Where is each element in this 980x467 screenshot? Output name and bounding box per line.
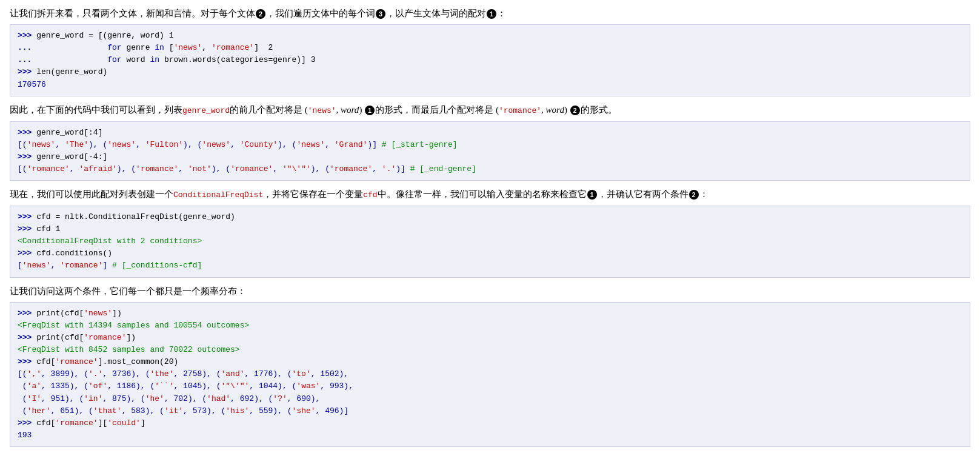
paragraph-2: 因此，在下面的代码中我们可以看到，列表genre_word的前几个配对将是 ('…	[10, 102, 970, 118]
p2-text4: )	[359, 105, 364, 115]
p3-text2: ，并将它保存在一个变量	[263, 189, 363, 199]
p2-code1: genre_word	[182, 106, 230, 115]
circle-3: 3	[376, 9, 385, 19]
circle-1a: 1	[487, 9, 496, 19]
paragraph-4: 让我们访问这两个条件，它们每一个都只是一个频率分布：	[10, 284, 970, 298]
circle-2: 2	[256, 9, 265, 19]
p3-code1: ConditionalFreqDist	[173, 190, 263, 200]
circle-1b: 1	[365, 106, 375, 115]
p2-text3: ,	[336, 105, 341, 115]
p2-text2: 的前几个配对将是 (	[230, 105, 308, 115]
code-block-2: >>> genre_word[:4] [('news', 'The'), ('n…	[10, 121, 970, 181]
p1-text3: ，以产生文体与词的配对	[386, 8, 486, 18]
p3-text3: 中。像往常一样，我们可以输入变量的名称来检查它	[378, 189, 587, 199]
p3-colon: ：	[699, 189, 708, 199]
circle-2c: 2	[689, 190, 699, 200]
code-block-3: >>> cfd = nltk.ConditionalFreqDist(genre…	[10, 206, 970, 278]
p2-italic2: word	[546, 105, 564, 115]
p4-text: 让我们访问这两个条件，它们每一个都只是一个频率分布：	[10, 286, 246, 296]
p2-text5: 的形式，而最后几个配对将是 (	[375, 105, 499, 115]
page-content: 让我们拆开来看，只看两个文体，新闻和言情。对于每个文体2，我们遍历文体中的每个词…	[10, 6, 970, 447]
p2-text7: )	[564, 105, 570, 115]
p2-text1: 因此，在下面的代码中我们可以看到，列表	[10, 105, 182, 115]
p3-text1: 现在，我们可以使用此配对列表创建一个	[10, 189, 173, 199]
p1-text2: ，我们遍历文体中的每个词	[266, 8, 375, 18]
p2-text8: 的形式。	[581, 105, 617, 115]
p3-text4: ，并确认它有两个条件	[598, 189, 688, 199]
p2-str2: 'romance'	[499, 106, 541, 115]
paragraph-1: 让我们拆开来看，只看两个文体，新闻和言情。对于每个文体2，我们遍历文体中的每个词…	[10, 6, 970, 21]
p2-text6: ,	[541, 105, 546, 115]
code-block-1: >>> genre_word = [(genre, word) 1 ... fo…	[10, 24, 970, 96]
p1-text: 让我们拆开来看，只看两个文体，新闻和言情。对于每个文体	[10, 8, 255, 18]
p2-str1: 'news'	[308, 106, 336, 115]
circle-2b: 2	[570, 106, 580, 115]
p3-code2: cfd	[363, 190, 377, 200]
circle-1c: 1	[587, 190, 597, 200]
p2-italic1: word	[341, 105, 359, 115]
p1-colon: ：	[497, 8, 506, 18]
code-block-4: >>> print(cfd['news']) <FreqDist with 14…	[10, 302, 970, 448]
paragraph-3: 现在，我们可以使用此配对列表创建一个ConditionalFreqDist，并将…	[10, 187, 970, 202]
